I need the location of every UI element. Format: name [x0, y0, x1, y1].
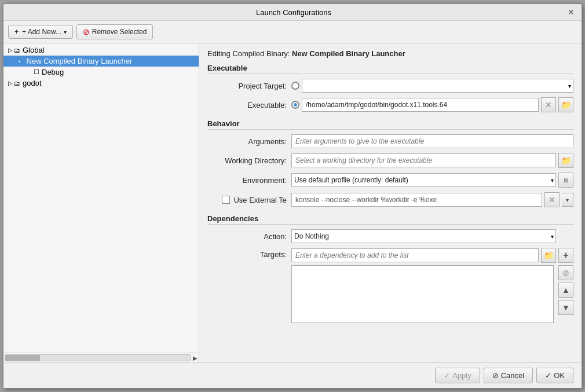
dep-down-button[interactable]: ▼ [558, 300, 573, 315]
sidebar-scrollbar: ▶ [3, 353, 199, 362]
executable-clear-button[interactable]: ✕ [541, 97, 556, 112]
terminal-dropdown-arrow[interactable]: ▾ [562, 193, 573, 207]
ok-button[interactable]: ✓ OK [536, 368, 573, 383]
targets-controls: 📁 + ⊘ ▲ [291, 248, 573, 323]
environment-row: Environment: Use default profile (curren… [207, 173, 573, 188]
folder-icon-global: 🗂 [14, 47, 20, 54]
dep-remove-icon: ⊘ [562, 268, 569, 277]
action-row: Action: Do Nothing ▾ [207, 229, 573, 243]
external-terminal-label: Use External Te [233, 196, 287, 204]
add-dropdown-arrow: ▾ [64, 29, 67, 35]
behavior-section-title: Behavior [207, 119, 573, 130]
targets-list [291, 265, 554, 323]
ok-label: OK [554, 371, 565, 380]
add-target-icon: + [563, 250, 568, 261]
apply-button[interactable]: ✓ Apply [435, 368, 480, 383]
sidebar-label-debug: Debug [42, 68, 64, 76]
folder-icon-godot: 🗂 [14, 80, 20, 87]
editing-header: Editing Compiled Binary: New Compiled Bi… [207, 49, 573, 58]
debug-icon: ☐ [34, 68, 39, 76]
ok-check-icon: ✓ [545, 371, 551, 380]
dep-action-buttons: ⊘ ▲ ▼ [558, 265, 573, 323]
sidebar-item-new-binary[interactable]: ▪ New Compiled Binary Launcher [3, 56, 199, 67]
editing-prefix: Editing Compiled Binary: [207, 49, 292, 58]
remove-icon: ⊘ [83, 27, 90, 36]
sidebar-label-global: Global [23, 46, 45, 54]
targets-list-area: ⊘ ▲ ▼ [291, 265, 573, 323]
arguments-label: Arguments: [207, 137, 291, 146]
terminal-input-controls: ✕ ▾ [291, 192, 573, 207]
add-new-button[interactable]: + + Add New... ▾ [8, 25, 73, 39]
project-target-radio[interactable] [291, 82, 299, 90]
sidebar-item-godot[interactable]: ▷ 🗂 godot [3, 78, 199, 89]
working-dir-row: Working Directory: 📁 [207, 153, 573, 168]
project-target-row: Project Target: ▾ [207, 79, 573, 93]
targets-add-button[interactable]: + [558, 248, 573, 263]
targets-label: Targets: [207, 248, 291, 259]
environment-label: Environment: [207, 176, 291, 185]
sidebar-item-global[interactable]: ▷ 🗂 Global [3, 45, 199, 56]
project-target-controls: ▾ [291, 79, 573, 93]
add-icon: + [14, 28, 19, 36]
arguments-input[interactable] [291, 134, 573, 148]
executable-browse-button[interactable]: 📁 [558, 97, 573, 112]
environment-settings-button[interactable]: ⊞ [558, 173, 573, 188]
launch-configurations-dialog: Launch Configurations ✕ + + Add New... ▾… [3, 3, 582, 389]
external-terminal-label-area: Use External Te [207, 196, 291, 204]
editing-name: New Compiled Binary Launcher [292, 49, 405, 58]
working-dir-input[interactable] [291, 153, 556, 167]
folder-browse-icon: 📁 [561, 100, 571, 109]
content-panel: Editing Compiled Binary: New Compiled Bi… [199, 43, 582, 362]
action-select[interactable]: Do Nothing [291, 229, 556, 243]
hscroll-track[interactable] [5, 354, 191, 361]
apply-check-icon: ✓ [444, 371, 450, 380]
binary-icon: ▪ [17, 57, 22, 65]
dialog-title: Launch Configurations [21, 8, 566, 17]
arguments-row: Arguments: [207, 134, 573, 148]
sidebar-tree: ▷ 🗂 Global ▪ New Compiled Binary Launche… [3, 43, 199, 353]
action-select-wrapper: Do Nothing ▾ [291, 229, 556, 243]
titlebar: Launch Configurations ✕ [3, 4, 582, 21]
sidebar-item-debug[interactable]: ☐ Debug [3, 67, 199, 78]
external-terminal-checkbox[interactable] [222, 196, 230, 204]
targets-input-row: 📁 + [291, 248, 573, 263]
executable-section-title: Executable [207, 64, 573, 74]
sidebar-label-godot: godot [23, 79, 42, 87]
scroll-right-arrow[interactable]: ▶ [193, 355, 198, 361]
terminal-input[interactable] [291, 193, 542, 207]
executable-row: Executable: ✕ 📁 [207, 97, 573, 112]
executable-controls: ✕ 📁 [291, 97, 573, 112]
add-new-label: + Add New... [22, 28, 61, 36]
environment-controls: Use default profile (currently: default)… [291, 173, 573, 188]
main-area: ▷ 🗂 Global ▪ New Compiled Binary Launche… [3, 43, 582, 362]
dep-up-button[interactable]: ▲ [558, 283, 573, 298]
cancel-label: Cancel [501, 371, 524, 380]
working-dir-label: Working Directory: [207, 156, 291, 165]
targets-input[interactable] [291, 248, 539, 262]
action-label: Action: [207, 232, 291, 241]
dep-down-icon: ▼ [562, 303, 570, 312]
dep-remove-button[interactable]: ⊘ [558, 265, 573, 280]
targets-browse-button[interactable]: 📁 [541, 248, 556, 263]
dep-up-icon: ▲ [562, 285, 570, 295]
arguments-controls [291, 134, 573, 148]
environment-select-wrapper: Use default profile (currently: default)… [291, 173, 556, 187]
working-dir-browse-button[interactable]: 📁 [558, 153, 573, 168]
cancel-icon: ⊘ [492, 371, 499, 380]
remove-selected-button[interactable]: ⊘ Remove Selected [76, 24, 153, 39]
tree-arrow-global: ▷ [8, 47, 13, 53]
close-button[interactable]: ✕ [566, 8, 576, 17]
environment-select[interactable]: Use default profile (currently: default) [291, 173, 556, 187]
project-target-select[interactable] [302, 79, 573, 93]
cancel-button[interactable]: ⊘ Cancel [484, 368, 533, 383]
executable-input[interactable] [302, 98, 539, 112]
executable-radio[interactable] [291, 101, 299, 109]
project-target-label: Project Target: [207, 82, 291, 90]
external-terminal-row: Use External Te ✕ ▾ [207, 192, 573, 207]
executable-label: Executable: [207, 101, 291, 109]
terminal-clear-button[interactable]: ✕ [544, 192, 560, 207]
hscroll-thumb[interactable] [5, 355, 40, 361]
targets-row: Targets: 📁 + [207, 248, 573, 323]
tree-arrow-godot: ▷ [8, 80, 13, 86]
folder-targets-icon: 📁 [544, 251, 554, 260]
